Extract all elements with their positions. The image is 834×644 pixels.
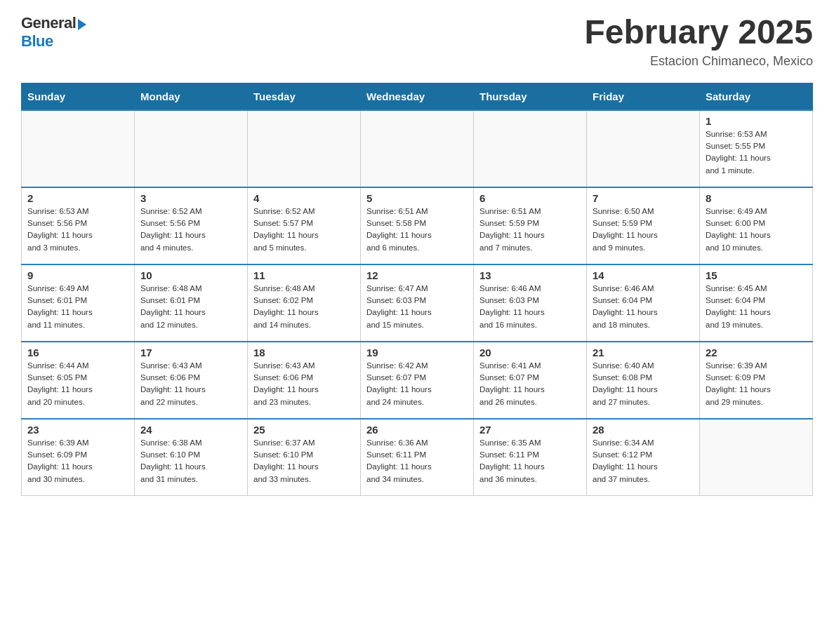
day-number: 18 [253,347,355,358]
day-number: 4 [253,192,355,204]
day-number: 12 [366,269,468,281]
day-info: Sunrise: 6:40 AMSunset: 6:08 PMDaylight:… [593,360,694,408]
calendar-cell: 11Sunrise: 6:48 AMSunset: 6:02 PMDayligh… [248,264,361,342]
day-info: Sunrise: 6:43 AMSunset: 6:06 PMDaylight:… [253,360,355,408]
day-number: 13 [479,269,581,281]
day-info: Sunrise: 6:53 AMSunset: 5:56 PMDaylight:… [27,206,128,254]
calendar-cell: 17Sunrise: 6:43 AMSunset: 6:06 PMDayligh… [135,342,248,419]
day-info: Sunrise: 6:37 AMSunset: 6:10 PMDaylight:… [253,437,355,485]
day-info: Sunrise: 6:52 AMSunset: 5:57 PMDaylight:… [253,206,355,254]
day-info: Sunrise: 6:36 AMSunset: 6:11 PMDaylight:… [366,437,468,485]
week-row-5: 23Sunrise: 6:39 AMSunset: 6:09 PMDayligh… [22,419,813,496]
calendar-cell: 4Sunrise: 6:52 AMSunset: 5:57 PMDaylight… [248,187,361,264]
week-row-2: 2Sunrise: 6:53 AMSunset: 5:56 PMDaylight… [22,187,813,264]
day-info: Sunrise: 6:42 AMSunset: 6:07 PMDaylight:… [366,360,468,408]
logo-general-text: General [21,14,76,32]
calendar-cell [587,110,700,187]
calendar-cell: 16Sunrise: 6:44 AMSunset: 6:05 PMDayligh… [22,342,135,419]
day-number: 25 [253,424,355,436]
col-friday: Friday [587,83,700,110]
day-number: 11 [253,269,355,281]
col-monday: Monday [135,83,248,110]
day-number: 16 [27,347,128,358]
calendar-cell: 14Sunrise: 6:46 AMSunset: 6:04 PMDayligh… [587,264,700,342]
calendar-cell: 22Sunrise: 6:39 AMSunset: 6:09 PMDayligh… [700,342,813,419]
logo-arrow-icon [78,19,86,30]
calendar-table: Sunday Monday Tuesday Wednesday Thursday… [21,83,813,497]
calendar-cell: 21Sunrise: 6:40 AMSunset: 6:08 PMDayligh… [587,342,700,419]
day-info: Sunrise: 6:39 AMSunset: 6:09 PMDaylight:… [27,437,128,485]
day-info: Sunrise: 6:49 AMSunset: 6:00 PMDaylight:… [706,206,807,254]
calendar-cell: 6Sunrise: 6:51 AMSunset: 5:59 PMDaylight… [474,187,587,264]
calendar-cell: 23Sunrise: 6:39 AMSunset: 6:09 PMDayligh… [22,419,135,496]
logo-blue-text: Blue [21,32,53,51]
day-number: 15 [706,269,807,281]
calendar-cell: 10Sunrise: 6:48 AMSunset: 6:01 PMDayligh… [135,264,248,342]
day-number: 2 [27,192,128,204]
day-number: 27 [479,424,581,436]
day-number: 23 [27,424,128,436]
calendar-cell: 3Sunrise: 6:52 AMSunset: 5:56 PMDaylight… [135,187,248,264]
page-header: General Blue February 2025 Estacion Chim… [21,14,813,69]
day-number: 1 [706,115,807,127]
logo: General Blue [21,14,86,51]
location-title: Estacion Chimaneco, Mexico [584,54,813,69]
day-info: Sunrise: 6:46 AMSunset: 6:04 PMDaylight:… [593,283,694,331]
day-number: 17 [140,347,241,358]
col-saturday: Saturday [700,83,813,110]
day-number: 5 [366,192,468,204]
day-info: Sunrise: 6:46 AMSunset: 6:03 PMDaylight:… [479,283,581,331]
day-info: Sunrise: 6:39 AMSunset: 6:09 PMDaylight:… [706,360,807,408]
calendar-header-row: Sunday Monday Tuesday Wednesday Thursday… [22,83,813,110]
calendar-cell: 1Sunrise: 6:53 AMSunset: 5:55 PMDaylight… [700,110,813,187]
calendar-cell: 20Sunrise: 6:41 AMSunset: 6:07 PMDayligh… [474,342,587,419]
day-info: Sunrise: 6:50 AMSunset: 5:59 PMDaylight:… [593,206,694,254]
calendar-cell: 19Sunrise: 6:42 AMSunset: 6:07 PMDayligh… [361,342,474,419]
calendar-cell: 5Sunrise: 6:51 AMSunset: 5:58 PMDaylight… [361,187,474,264]
day-info: Sunrise: 6:48 AMSunset: 6:02 PMDaylight:… [253,283,355,331]
day-info: Sunrise: 6:38 AMSunset: 6:10 PMDaylight:… [140,437,241,485]
calendar-cell [22,110,135,187]
calendar-cell: 7Sunrise: 6:50 AMSunset: 5:59 PMDaylight… [587,187,700,264]
month-title: February 2025 [584,14,813,51]
day-info: Sunrise: 6:44 AMSunset: 6:05 PMDaylight:… [27,360,128,408]
day-number: 8 [706,192,807,204]
day-number: 21 [593,347,694,358]
col-wednesday: Wednesday [361,83,474,110]
calendar-cell: 9Sunrise: 6:49 AMSunset: 6:01 PMDaylight… [22,264,135,342]
calendar-cell: 28Sunrise: 6:34 AMSunset: 6:12 PMDayligh… [587,419,700,496]
calendar-cell: 15Sunrise: 6:45 AMSunset: 6:04 PMDayligh… [700,264,813,342]
day-info: Sunrise: 6:51 AMSunset: 5:59 PMDaylight:… [479,206,581,254]
day-info: Sunrise: 6:34 AMSunset: 6:12 PMDaylight:… [593,437,694,485]
day-info: Sunrise: 6:53 AMSunset: 5:55 PMDaylight:… [706,128,807,177]
day-number: 7 [593,192,694,204]
day-info: Sunrise: 6:45 AMSunset: 6:04 PMDaylight:… [706,283,807,331]
day-number: 20 [479,347,581,358]
calendar-cell [248,110,361,187]
calendar-cell [474,110,587,187]
calendar-cell [700,419,813,496]
day-info: Sunrise: 6:52 AMSunset: 5:56 PMDaylight:… [140,206,241,254]
day-number: 26 [366,424,468,436]
calendar-cell: 18Sunrise: 6:43 AMSunset: 6:06 PMDayligh… [248,342,361,419]
day-info: Sunrise: 6:43 AMSunset: 6:06 PMDaylight:… [140,360,241,408]
col-tuesday: Tuesday [248,83,361,110]
col-thursday: Thursday [474,83,587,110]
day-info: Sunrise: 6:41 AMSunset: 6:07 PMDaylight:… [479,360,581,408]
day-info: Sunrise: 6:49 AMSunset: 6:01 PMDaylight:… [27,283,128,331]
day-number: 28 [593,424,694,436]
week-row-3: 9Sunrise: 6:49 AMSunset: 6:01 PMDaylight… [22,264,813,342]
day-number: 10 [140,269,241,281]
day-info: Sunrise: 6:35 AMSunset: 6:11 PMDaylight:… [479,437,581,485]
day-info: Sunrise: 6:51 AMSunset: 5:58 PMDaylight:… [366,206,468,254]
calendar-cell: 12Sunrise: 6:47 AMSunset: 6:03 PMDayligh… [361,264,474,342]
day-number: 19 [366,347,468,358]
calendar-cell: 8Sunrise: 6:49 AMSunset: 6:00 PMDaylight… [700,187,813,264]
calendar-cell [135,110,248,187]
day-number: 3 [140,192,241,204]
day-info: Sunrise: 6:48 AMSunset: 6:01 PMDaylight:… [140,283,241,331]
calendar-cell: 24Sunrise: 6:38 AMSunset: 6:10 PMDayligh… [135,419,248,496]
day-number: 14 [593,269,694,281]
calendar-cell: 2Sunrise: 6:53 AMSunset: 5:56 PMDaylight… [22,187,135,264]
day-info: Sunrise: 6:47 AMSunset: 6:03 PMDaylight:… [366,283,468,331]
